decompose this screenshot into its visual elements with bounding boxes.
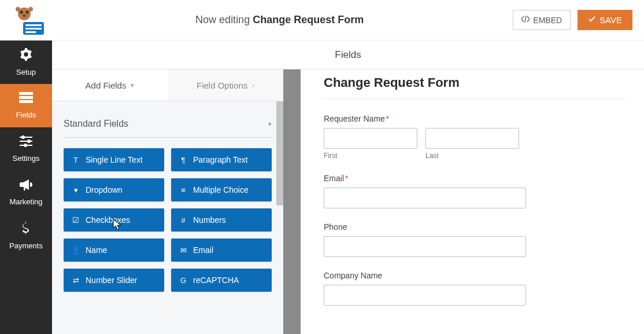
save-label: SAVE (599, 15, 622, 25)
field-btn-label: Numbers (193, 215, 226, 225)
field-btn-label: Dropdown (86, 185, 123, 194)
sidebar-label: Settings (13, 154, 40, 163)
text-icon: T (72, 156, 80, 164)
svg-point-3 (23, 14, 26, 16)
wpforms-logo[interactable] (12, 6, 46, 35)
panel-header: Fields (52, 41, 644, 69)
slider-icon: ⇄ (72, 276, 80, 285)
svg-point-5 (28, 7, 33, 12)
list-icon (19, 92, 33, 107)
sidebar-item-marketing[interactable]: Marketing (0, 171, 52, 214)
svg-rect-8 (25, 28, 42, 30)
chevron-down-icon: ▾ (268, 120, 272, 128)
fields-panel: Add Fields ▾ Field Options › Standard Fi… (52, 69, 283, 334)
field-dropdown[interactable]: ▾Dropdown (64, 178, 164, 201)
form-title[interactable]: Change Request Form (324, 75, 627, 99)
sidebar-item-settings[interactable]: Settings (0, 127, 52, 171)
sub-label-first: First (324, 152, 417, 160)
field-btn-label: Single Line Text (86, 155, 143, 164)
sidebar-item-setup[interactable]: Setup (0, 41, 52, 84)
name-row: First Last (324, 128, 627, 160)
topbar: Now editing Change Request Form EMBED SA… (0, 0, 644, 41)
last-name-input[interactable] (425, 128, 519, 149)
tab-label: Add Fields (86, 80, 127, 90)
tab-label: Field Options (197, 80, 247, 90)
form-preview: Change Request Form Requester Name* Firs… (301, 69, 644, 334)
svg-rect-11 (19, 96, 33, 99)
save-button[interactable]: SAVE (578, 10, 632, 30)
embed-button[interactable]: EMBED (513, 10, 571, 30)
field-email[interactable]: ✉Email (171, 238, 272, 262)
field-requester-name[interactable]: Requester Name* First Last (324, 114, 627, 160)
first-name-col: First (324, 128, 417, 160)
panel-divider[interactable] (283, 69, 301, 334)
editing-label: Now editing Change Request Form (46, 14, 513, 26)
label-phone: Phone (324, 222, 627, 232)
field-number-slider[interactable]: ⇄Number Slider (64, 269, 164, 292)
field-single-line-text[interactable]: TSingle Line Text (64, 148, 164, 171)
sidebar-label: Fields (16, 111, 36, 119)
envelope-icon: ✉ (179, 246, 187, 255)
list-icon: ≡ (179, 186, 187, 194)
sliders-icon (20, 135, 32, 151)
code-icon (521, 15, 530, 25)
svg-rect-7 (25, 24, 42, 26)
email-input[interactable] (324, 188, 526, 208)
sidebar-label: Setup (16, 68, 36, 76)
svg-point-1 (20, 10, 23, 13)
sidebar-item-payments[interactable]: Payments (0, 214, 52, 258)
label-company-name: Company Name (324, 271, 627, 280)
field-checkboxes[interactable]: ☑Checkboxes (64, 208, 164, 232)
field-btn-label: reCAPTCHA (193, 276, 239, 285)
sub-label-last: Last (425, 152, 519, 160)
svg-point-16 (27, 140, 31, 143)
field-multiple-choice[interactable]: ≡Multiple Choice (171, 178, 272, 201)
tab-add-fields[interactable]: Add Fields ▾ (52, 69, 168, 101)
svg-rect-12 (19, 100, 33, 103)
field-btn-label: Checkboxes (86, 215, 130, 225)
main-sidebar: Setup Fields Settings Marketing Payments (0, 41, 52, 334)
field-phone[interactable]: Phone (324, 222, 627, 257)
bullhorn-icon (20, 179, 32, 194)
editing-prefix: Now editing (195, 14, 253, 25)
svg-point-2 (26, 10, 29, 13)
scrollbar[interactable] (276, 101, 283, 205)
phone-input[interactable] (324, 236, 526, 257)
field-recaptcha[interactable]: GreCAPTCHA (171, 269, 272, 292)
check-icon (588, 15, 596, 25)
gear-icon (20, 48, 32, 64)
sidebar-item-fields[interactable]: Fields (0, 84, 52, 127)
svg-point-4 (16, 7, 20, 12)
company-name-input[interactable] (324, 285, 526, 306)
embed-label: EMBED (533, 16, 562, 25)
svg-rect-9 (25, 31, 36, 33)
user-icon: 👤 (72, 246, 80, 255)
field-paragraph-text[interactable]: ¶Paragraph Text (171, 148, 272, 171)
svg-point-14 (21, 135, 25, 139)
chevron-right-icon: › (252, 82, 254, 89)
paragraph-icon: ¶ (179, 156, 187, 164)
label-email: Email* (324, 174, 627, 183)
dollar-icon (22, 222, 30, 238)
label-text: Requester Name (324, 114, 385, 123)
form-name: Change Request Form (253, 14, 364, 25)
recaptcha-icon: G (179, 276, 187, 285)
field-btn-label: Email (193, 245, 213, 255)
first-name-input[interactable] (324, 128, 417, 149)
sidebar-label: Marketing (9, 197, 42, 206)
chevron-down-icon: ▾ (131, 82, 134, 89)
panel-tabs: Add Fields ▾ Field Options › (52, 69, 283, 101)
section-label: Standard Fields (64, 119, 128, 129)
field-btn-label: Number Slider (86, 276, 137, 285)
content-area: Fields Add Fields ▾ Field Options › Stan… (52, 41, 644, 334)
last-name-col: Last (425, 128, 519, 160)
tab-field-options[interactable]: Field Options › (168, 69, 283, 101)
required-marker: * (386, 114, 389, 123)
field-numbers[interactable]: #Numbers (171, 208, 272, 232)
field-company-name[interactable]: Company Name (324, 271, 627, 306)
field-email[interactable]: Email* (324, 174, 627, 208)
checkbox-icon: ☑ (72, 216, 80, 225)
field-name[interactable]: 👤Name (64, 238, 164, 262)
topbar-actions: EMBED SAVE (513, 10, 632, 30)
section-standard-fields[interactable]: Standard Fields ▾ (64, 113, 272, 138)
